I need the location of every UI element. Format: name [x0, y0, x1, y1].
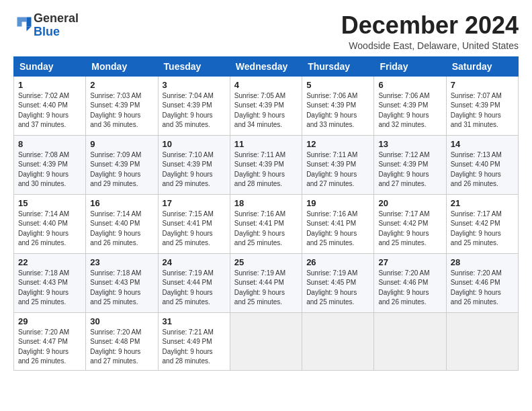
col-friday: Friday — [374, 56, 446, 76]
day-number: 22 — [18, 257, 81, 267]
day-info: Sunrise: 7:05 AM Sunset: 4:39 PM Dayligh… — [234, 91, 298, 130]
day-number: 15 — [18, 198, 81, 208]
title-block: December 2024 Woodside East, Delaware, U… — [341, 12, 519, 51]
day-number: 26 — [306, 257, 369, 267]
day-info: Sunrise: 7:06 AM Sunset: 4:39 PM Dayligh… — [378, 91, 441, 130]
table-row: 2Sunrise: 7:03 AM Sunset: 4:39 PM Daylig… — [86, 76, 158, 135]
table-row: 1Sunrise: 7:02 AM Sunset: 4:40 PM Daylig… — [14, 76, 86, 135]
table-row: 16Sunrise: 7:14 AM Sunset: 4:40 PM Dayli… — [86, 194, 158, 253]
day-number: 29 — [18, 316, 81, 326]
day-info: Sunrise: 7:12 AM Sunset: 4:39 PM Dayligh… — [378, 150, 441, 189]
table-row: 9Sunrise: 7:09 AM Sunset: 4:39 PM Daylig… — [86, 135, 158, 194]
day-number: 20 — [378, 198, 441, 208]
table-row: 18Sunrise: 7:16 AM Sunset: 4:41 PM Dayli… — [230, 194, 302, 253]
table-row — [230, 312, 302, 370]
day-info: Sunrise: 7:14 AM Sunset: 4:40 PM Dayligh… — [18, 210, 81, 248]
table-row: 10Sunrise: 7:10 AM Sunset: 4:39 PM Dayli… — [158, 135, 230, 194]
calendar: Sunday Monday Tuesday Wednesday Thursday… — [13, 56, 519, 371]
table-row — [302, 312, 374, 370]
col-wednesday: Wednesday — [230, 56, 302, 76]
table-row: 21Sunrise: 7:17 AM Sunset: 4:42 PM Dayli… — [446, 194, 518, 253]
table-row: 7Sunrise: 7:07 AM Sunset: 4:39 PM Daylig… — [446, 76, 518, 135]
day-number: 28 — [451, 257, 514, 267]
day-number: 30 — [90, 316, 153, 326]
day-info: Sunrise: 7:13 AM Sunset: 4:40 PM Dayligh… — [451, 150, 514, 189]
day-number: 21 — [451, 198, 514, 208]
svg-marker-0 — [27, 17, 32, 26]
day-number: 3 — [163, 80, 226, 90]
table-row: 31Sunrise: 7:21 AM Sunset: 4:49 PM Dayli… — [158, 312, 230, 370]
day-info: Sunrise: 7:16 AM Sunset: 4:41 PM Dayligh… — [306, 210, 369, 248]
day-number: 23 — [90, 257, 153, 267]
day-info: Sunrise: 7:09 AM Sunset: 4:39 PM Dayligh… — [90, 150, 153, 189]
col-monday: Monday — [86, 56, 158, 76]
day-info: Sunrise: 7:19 AM Sunset: 4:44 PM Dayligh… — [163, 269, 226, 308]
day-number: 5 — [306, 80, 369, 90]
day-number: 4 — [234, 80, 298, 90]
logo: General Blue — [13, 12, 79, 39]
day-info: Sunrise: 7:06 AM Sunset: 4:39 PM Dayligh… — [306, 91, 369, 130]
day-info: Sunrise: 7:17 AM Sunset: 4:42 PM Dayligh… — [378, 210, 441, 248]
location: Woodside East, Delaware, United States — [341, 40, 519, 51]
day-number: 2 — [90, 80, 153, 90]
col-sunday: Sunday — [14, 56, 86, 76]
table-row: 17Sunrise: 7:15 AM Sunset: 4:41 PM Dayli… — [158, 194, 230, 253]
logo-blue: Blue — [34, 25, 60, 38]
day-info: Sunrise: 7:20 AM Sunset: 4:46 PM Dayligh… — [451, 269, 514, 308]
day-number: 10 — [163, 139, 226, 149]
table-row: 22Sunrise: 7:18 AM Sunset: 4:43 PM Dayli… — [14, 253, 86, 312]
day-number: 14 — [451, 139, 514, 149]
day-number: 25 — [234, 257, 298, 267]
table-row: 12Sunrise: 7:11 AM Sunset: 4:39 PM Dayli… — [302, 135, 374, 194]
day-info: Sunrise: 7:11 AM Sunset: 4:39 PM Dayligh… — [234, 150, 298, 189]
day-number: 12 — [306, 139, 369, 149]
day-info: Sunrise: 7:18 AM Sunset: 4:43 PM Dayligh… — [18, 269, 81, 308]
table-row: 29Sunrise: 7:20 AM Sunset: 4:47 PM Dayli… — [14, 312, 86, 370]
day-info: Sunrise: 7:02 AM Sunset: 4:40 PM Dayligh… — [18, 91, 81, 130]
day-info: Sunrise: 7:14 AM Sunset: 4:40 PM Dayligh… — [90, 210, 153, 248]
day-number: 18 — [234, 198, 298, 208]
day-info: Sunrise: 7:17 AM Sunset: 4:42 PM Dayligh… — [451, 210, 514, 248]
day-info: Sunrise: 7:08 AM Sunset: 4:39 PM Dayligh… — [18, 150, 81, 189]
table-row: 20Sunrise: 7:17 AM Sunset: 4:42 PM Dayli… — [374, 194, 446, 253]
day-info: Sunrise: 7:20 AM Sunset: 4:47 PM Dayligh… — [18, 328, 81, 367]
svg-marker-1 — [27, 26, 32, 31]
header: General Blue December 2024 Woodside East… — [13, 12, 519, 51]
day-info: Sunrise: 7:10 AM Sunset: 4:39 PM Dayligh… — [163, 150, 226, 189]
day-info: Sunrise: 7:20 AM Sunset: 4:46 PM Dayligh… — [378, 269, 441, 308]
table-row — [374, 312, 446, 370]
month-title: December 2024 — [341, 12, 519, 39]
day-info: Sunrise: 7:11 AM Sunset: 4:39 PM Dayligh… — [306, 150, 369, 189]
logo-general: General — [34, 11, 79, 25]
logo-text: General Blue — [34, 12, 79, 39]
table-row: 24Sunrise: 7:19 AM Sunset: 4:44 PM Dayli… — [158, 253, 230, 312]
table-row: 5Sunrise: 7:06 AM Sunset: 4:39 PM Daylig… — [302, 76, 374, 135]
day-number: 13 — [378, 139, 441, 149]
calendar-header-row: Sunday Monday Tuesday Wednesday Thursday… — [14, 56, 519, 76]
table-row: 11Sunrise: 7:11 AM Sunset: 4:39 PM Dayli… — [230, 135, 302, 194]
day-number: 6 — [378, 80, 441, 90]
table-row: 26Sunrise: 7:19 AM Sunset: 4:45 PM Dayli… — [302, 253, 374, 312]
day-number: 24 — [163, 257, 226, 267]
table-row: 28Sunrise: 7:20 AM Sunset: 4:46 PM Dayli… — [446, 253, 518, 312]
table-row: 23Sunrise: 7:18 AM Sunset: 4:43 PM Dayli… — [86, 253, 158, 312]
day-number: 31 — [163, 316, 226, 326]
day-number: 16 — [90, 198, 153, 208]
table-row: 19Sunrise: 7:16 AM Sunset: 4:41 PM Dayli… — [302, 194, 374, 253]
day-info: Sunrise: 7:07 AM Sunset: 4:39 PM Dayligh… — [451, 91, 514, 130]
day-info: Sunrise: 7:21 AM Sunset: 4:49 PM Dayligh… — [163, 328, 226, 367]
day-info: Sunrise: 7:19 AM Sunset: 4:44 PM Dayligh… — [234, 269, 298, 308]
col-saturday: Saturday — [446, 56, 518, 76]
table-row: 27Sunrise: 7:20 AM Sunset: 4:46 PM Dayli… — [374, 253, 446, 312]
table-row: 15Sunrise: 7:14 AM Sunset: 4:40 PM Dayli… — [14, 194, 86, 253]
page: General Blue December 2024 Woodside East… — [0, 0, 532, 377]
day-info: Sunrise: 7:15 AM Sunset: 4:41 PM Dayligh… — [163, 210, 226, 248]
day-info: Sunrise: 7:03 AM Sunset: 4:39 PM Dayligh… — [90, 91, 153, 130]
table-row: 30Sunrise: 7:20 AM Sunset: 4:48 PM Dayli… — [86, 312, 158, 370]
table-row: 4Sunrise: 7:05 AM Sunset: 4:39 PM Daylig… — [230, 76, 302, 135]
day-number: 19 — [306, 198, 369, 208]
day-info: Sunrise: 7:20 AM Sunset: 4:48 PM Dayligh… — [90, 328, 153, 367]
col-thursday: Thursday — [302, 56, 374, 76]
day-number: 9 — [90, 139, 153, 149]
col-tuesday: Tuesday — [158, 56, 230, 76]
